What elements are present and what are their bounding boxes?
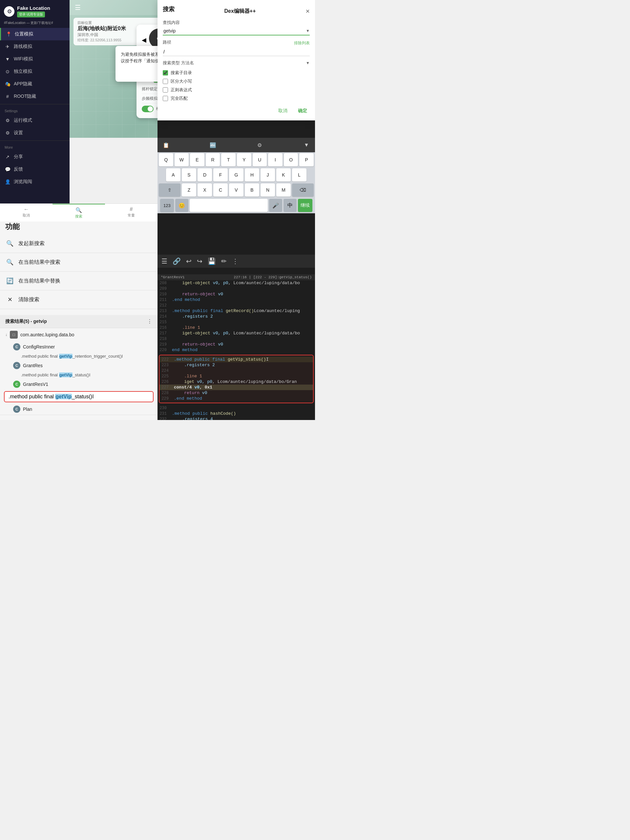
dex-save-icon[interactable]: 💾 xyxy=(208,257,216,265)
sidebar-item-root-hide[interactable]: # ROOT隐藏 xyxy=(0,90,69,103)
func-clear-search[interactable]: ✕ 清除搜索 xyxy=(0,291,158,309)
kb-m[interactable]: M xyxy=(276,183,291,197)
dex-code-area: *GrantResV1 227:16 | [222 - 229]:getVip_… xyxy=(158,272,315,420)
kb-a[interactable]: A xyxy=(166,168,180,182)
clear-list-button[interactable]: 排除列表 xyxy=(294,40,310,46)
map-menu-icon[interactable]: ☰ xyxy=(75,4,81,11)
sidebar-item-browse[interactable]: 👤 浏览闯闯 xyxy=(0,175,69,188)
bottom-nav-back[interactable]: ← 取消 xyxy=(0,204,52,221)
kb-z[interactable]: Z xyxy=(182,183,196,197)
search-confirm-button[interactable]: 确定 xyxy=(295,107,310,115)
kb-shift[interactable]: ⇧ xyxy=(159,183,180,197)
sidebar-item-settings[interactable]: ⚙ 设置 xyxy=(0,127,69,139)
dex-editor-panel: 搜索 Dex编辑器++ ✕ 查找内容 ▼ 路径 排除列表 搜索类型 方法名 ▼ … xyxy=(158,0,315,420)
kb-clipboard-icon[interactable]: 📋 xyxy=(161,140,171,150)
code-line-225: 225 .line 1 xyxy=(159,373,313,379)
kb-continue-key[interactable]: 继续 xyxy=(298,199,313,212)
kb-y[interactable]: Y xyxy=(237,153,251,166)
result-method-grantres[interactable]: .method public final getVip_status()I xyxy=(0,371,158,379)
kb-j[interactable]: J xyxy=(261,168,275,182)
result-class-configresinner[interactable]: C ConfigResInner xyxy=(0,341,158,352)
find-dropdown-icon[interactable]: ▼ xyxy=(306,28,310,33)
kb-emoji-key[interactable]: 😊 xyxy=(175,199,188,212)
sidebar-item-location[interactable]: 📍 位置模拟 xyxy=(0,28,69,40)
result-class-grantresv1[interactable]: C GrantResV1 xyxy=(0,379,158,390)
kb-k[interactable]: K xyxy=(276,168,291,182)
kb-settings2-icon[interactable]: ⚙ xyxy=(254,140,265,150)
search-in-results-icon: 🔍 xyxy=(5,257,14,267)
dex-menu-icon[interactable]: ☰ xyxy=(161,257,167,265)
package-icon: □ xyxy=(10,331,18,339)
kb-translate-icon[interactable]: 🔤 xyxy=(208,140,218,150)
dex-redo-icon[interactable]: ↪ xyxy=(197,257,202,265)
checkbox-full-input[interactable] xyxy=(163,96,168,101)
kb-o[interactable]: O xyxy=(284,153,298,166)
kb-e[interactable]: E xyxy=(190,153,204,166)
sidebar-item-wifi-label: WIFI模拟 xyxy=(14,56,33,62)
func-new-search[interactable]: 🔍 发起新搜索 xyxy=(0,234,158,253)
update-link[interactable]: #FakeLocation — 更新/下载地址# xyxy=(0,20,69,28)
kb-expand-icon[interactable]: ▼ xyxy=(301,140,312,150)
search-cancel-button[interactable]: 取消 xyxy=(276,107,290,115)
kb-num-key[interactable]: 123 xyxy=(160,199,174,212)
sidebar-item-app-hide[interactable]: 🎭 APP隐藏 xyxy=(0,78,69,90)
dex-undo-icon[interactable]: ↩ xyxy=(186,257,192,265)
sidebar-item-run-mode[interactable]: ⚙ 运行模式 xyxy=(0,114,69,127)
kb-f[interactable]: F xyxy=(213,168,228,182)
kb-x[interactable]: X xyxy=(197,183,212,197)
result-method-configresinner[interactable]: .method public final getVip_retention_tr… xyxy=(0,352,158,360)
path-input[interactable] xyxy=(163,48,310,56)
app-badge[interactable]: 登录·试用专业版 xyxy=(17,11,45,17)
kb-h[interactable]: H xyxy=(245,168,259,182)
code-line-218: 218 xyxy=(158,336,315,341)
method-suffix-3: _status()I xyxy=(72,394,94,399)
search-type-dropdown-icon[interactable]: ▼ xyxy=(306,61,310,65)
search-results-more-icon[interactable]: ⋮ xyxy=(147,318,152,325)
kb-s[interactable]: S xyxy=(182,168,196,182)
kb-p[interactable]: P xyxy=(299,153,314,166)
result-class-grantres[interactable]: C GrantRes xyxy=(0,360,158,371)
kb-v[interactable]: V xyxy=(229,183,243,197)
kb-backspace[interactable]: ⌫ xyxy=(292,183,314,197)
kb-g[interactable]: G xyxy=(229,168,243,182)
kb-l[interactable]: L xyxy=(292,168,306,182)
result-method-grantresv1-highlighted[interactable]: .method public final getVip_status()I xyxy=(4,391,153,402)
kb-mic-key[interactable]: 🎤 xyxy=(269,199,282,212)
dex-editor-close-icon[interactable]: ✕ xyxy=(305,8,310,14)
dex-more-icon[interactable]: ⋮ xyxy=(232,257,238,265)
sidebar-item-feedback[interactable]: 💬 反馈 xyxy=(0,163,69,175)
sidebar-item-share[interactable]: ↗ 分享 xyxy=(0,151,69,163)
result-package[interactable]: ↓ □ com.auntec.luping.data.bo xyxy=(0,328,158,341)
search-icon: 🔍 xyxy=(76,207,82,213)
bottom-nav-more[interactable]: # 常量 xyxy=(105,204,158,221)
kb-w[interactable]: W xyxy=(175,153,189,166)
kb-c[interactable]: C xyxy=(213,183,228,197)
checkbox-subdir-input[interactable] xyxy=(163,70,168,76)
code-line-217: 217 iget-object v0, p0, Lcom/auntec/lupi… xyxy=(158,330,315,336)
joystick-prev-icon[interactable]: ◀ xyxy=(142,36,146,44)
find-input[interactable] xyxy=(163,27,306,35)
kb-t[interactable]: T xyxy=(221,153,235,166)
kb-lang-key[interactable]: 中 xyxy=(284,199,297,212)
sidebar-item-wifi[interactable]: ▼ WIFI模拟 xyxy=(0,53,69,65)
kb-q[interactable]: Q xyxy=(159,153,173,166)
kb-n[interactable]: N xyxy=(261,183,275,197)
simulate-toggle-switch[interactable] xyxy=(142,106,153,112)
kb-u[interactable]: U xyxy=(253,153,267,166)
dex-location-icon[interactable]: 🔗 xyxy=(172,257,181,265)
kb-r[interactable]: R xyxy=(206,153,220,166)
bottom-nav-search[interactable]: 🔍 搜索 xyxy=(52,204,105,221)
kb-b[interactable]: B xyxy=(245,183,259,197)
sidebar-item-route[interactable]: ✈ 路线模拟 xyxy=(0,40,69,53)
kb-i[interactable]: I xyxy=(268,153,283,166)
kb-d[interactable]: D xyxy=(197,168,212,182)
checkbox-regex-input[interactable] xyxy=(163,87,168,93)
code-line-215: 215 xyxy=(158,319,315,325)
func-search-in-results[interactable]: 🔍 在当前结果中搜索 xyxy=(0,253,158,272)
func-replace-in-results[interactable]: 🔄 在当前结果中替换 xyxy=(0,272,158,291)
kb-space-key[interactable] xyxy=(189,199,268,212)
checkbox-case-input[interactable] xyxy=(163,79,168,84)
dex-edit-icon[interactable]: ✏ xyxy=(221,257,227,265)
sidebar-item-standalone[interactable]: ⊙ 独立模拟 xyxy=(0,65,69,78)
result-class-plan[interactable]: C Plan xyxy=(0,404,158,415)
